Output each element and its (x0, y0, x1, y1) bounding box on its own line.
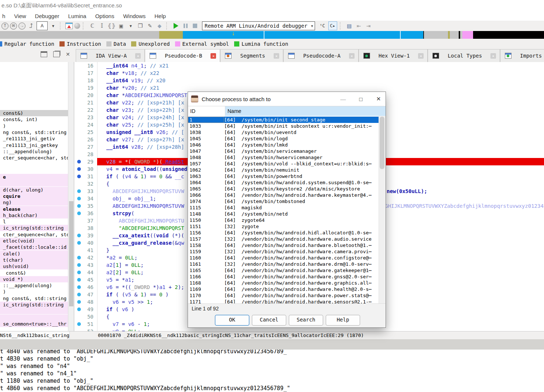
function-list-item[interactable]: ) (0, 289, 68, 295)
function-list-item[interactable]: e (0, 174, 68, 180)
function-list-item[interactable]: ng const&, std::string (0, 129, 68, 135)
process-row-1161[interactable]: 1161[32] /vendor/bin/hw/android.hardware… (188, 261, 379, 267)
function-list-item[interactable]: ic_string(std::string (0, 225, 68, 231)
functions-scrollbar-thumb[interactable] (69, 201, 73, 306)
windows-dropdown-icon[interactable]: ▼ (127, 22, 135, 30)
tab-imports[interactable]: Imports✕ (500, 49, 544, 62)
process-row-1160[interactable]: 1160[64] /vendor/bin/hw/android.hardware… (188, 255, 379, 261)
process-row-1062[interactable]: 1062[64] /system/bin/nemuinit (188, 167, 379, 173)
code-line-16[interactable]: 16 __int64 n4_1; // x21 (74, 62, 544, 69)
minimize-icon[interactable]: — (339, 96, 347, 102)
function-list-item[interactable]: _re11113_jni_getkey (0, 142, 68, 148)
tab-ida-view-a[interactable]: IDA View-A✕ (76, 49, 145, 62)
function-list-item[interactable]: ic_string(std::string (0, 302, 68, 308)
function-list-item[interactable]: ng const&, std::string (0, 295, 68, 302)
function-list-item[interactable]: const&) (0, 270, 68, 276)
process-row-1038[interactable]: 1038[64] /system/bin/ueventd (188, 129, 379, 135)
ok-button[interactable]: OK (215, 315, 249, 326)
menu-item-lumina[interactable]: Lumina (68, 13, 86, 19)
process-row-1148[interactable]: 1148[64] /system/bin/netd (188, 211, 379, 217)
function-list-item[interactable] (0, 168, 68, 174)
function-list-item[interactable]: se_common<true>::__thr (0, 321, 68, 327)
menu-item-options[interactable]: Options (95, 13, 114, 19)
menu-item-h[interactable]: h (2, 13, 5, 19)
function-list-item[interactable]: _re11113_jni_getiv (0, 135, 68, 142)
process-table-header[interactable]: ID Name (188, 106, 386, 117)
process-row-1074[interactable]: 1074[64] /system/bin/tombstoned (188, 198, 379, 204)
function-list-item[interactable]: void *) (0, 276, 68, 282)
process-row-1159[interactable]: 1159[32] /vendor/bin/hw/android.hardware… (188, 248, 379, 255)
process-row-1057[interactable]: 1057[64] /system/bin/vold --blkid_contex… (188, 161, 379, 167)
process-row-1063[interactable]: 1063[64] /system/bin/powerbtnd (188, 173, 379, 179)
tab-segments[interactable]: Segments✕ (220, 49, 283, 62)
function-list-item[interactable] (0, 161, 68, 167)
menu-item-view[interactable]: View (14, 13, 26, 19)
font-select-icon[interactable]: A (37, 21, 48, 30)
process-row-1166[interactable]: 1166[64] /vendor/bin/hw/android.hardware… (188, 274, 379, 280)
process-list[interactable]: 1[64] /system/bin/init second_stage1033[… (188, 116, 379, 304)
process-row-1171[interactable]: 1171[64] /vendor/bin/hw/android.hardware… (188, 299, 379, 304)
menu-item-windows[interactable]: Windows (123, 13, 146, 19)
mail-icon[interactable]: ✉ (10, 23, 17, 30)
braces-icon[interactable]: ⦃⦄ (107, 22, 116, 30)
restore-window-icon[interactable] (53, 51, 60, 57)
process-row-1158[interactable]: 1158[64] /vendor/bin/hw/android.hardware… (188, 242, 379, 248)
process-row-1150[interactable]: 1150[64] zygote64 (188, 217, 379, 223)
process-list-scrollbar-thumb[interactable] (380, 117, 384, 169)
process-row-1156[interactable]: 1156[64] /system/bin/hw/android.hidl.all… (188, 230, 379, 236)
function-list-item[interactable] (0, 308, 68, 314)
tab-close-icon[interactable]: ✕ (490, 53, 496, 59)
menu-item-help[interactable]: Help (154, 13, 166, 19)
goto-icon[interactable]: → (18, 23, 25, 30)
functions-panel[interactable]: const&)const&, int))ng const&, std::stri… (0, 62, 68, 331)
process-row-1064[interactable]: 1064[64] /system/bin/hw/android.system.s… (188, 179, 379, 186)
function-list-item[interactable]: t(char) (0, 257, 68, 263)
process-row-1033[interactable]: 1033[64] /system/bin/init subcontext u:r… (188, 123, 379, 129)
function-list-item[interactable]: cquire (0, 193, 68, 199)
function-list-item[interactable]: ush(void) (0, 263, 68, 269)
function-list-item[interactable]: l (0, 219, 68, 225)
functions-scrollbar[interactable] (68, 62, 74, 331)
function-list-item[interactable]: ) (0, 123, 68, 129)
output-panel[interactable]: t 4B40 was renamed to ABCDEFGHIJKLMNOPQR… (0, 350, 544, 392)
stop-process-button[interactable] (191, 22, 199, 30)
tab-pseudocode-b[interactable]: Pseudocode-B✕ (145, 49, 220, 62)
function-list-item[interactable]: const&) (0, 110, 68, 116)
process-row-1115[interactable]: 1115[64] magiskd (188, 204, 379, 211)
about-icon[interactable]: T (1, 23, 8, 30)
code-line-52[interactable]: 52 v8 = 0LL; (74, 328, 544, 331)
code-line-18[interactable]: 18 __int64 v19; // x20 (74, 77, 544, 84)
process-row-1169[interactable]: 1169[64] /vendor/bin/hw/android.hardware… (188, 286, 379, 292)
process-row-1045[interactable]: 1045[64] /system/bin/logd (188, 135, 379, 142)
continue-process-button[interactable] (172, 22, 180, 30)
function-list-item[interactable]: _facet(std::locale::id (0, 244, 68, 250)
process-row-1168[interactable]: 1168[64] /vendor/bin/hw/android.hardware… (188, 280, 379, 286)
edit-icon[interactable]: ✎ (146, 22, 154, 30)
tab-close-icon[interactable]: ✕ (349, 53, 355, 59)
jump-up-icon[interactable]: ⮥ (27, 22, 35, 30)
help-button[interactable]: Help (326, 315, 360, 326)
process-row-1151[interactable]: 1151[32] zygote (188, 223, 379, 230)
navigation-band[interactable]: ↓ (0, 31, 544, 39)
frame-icon[interactable]: ❒ (136, 22, 144, 30)
process-row-1065[interactable]: 1065[64] /system/bin/keystore2 /data/mis… (188, 186, 379, 192)
navband-marker-icon[interactable] (65, 23, 73, 29)
sphere-icon[interactable] (74, 23, 80, 29)
tab-close-icon[interactable]: ✕ (135, 53, 141, 59)
function-list-item[interactable] (0, 180, 68, 186)
breakpoint-list-icon[interactable]: ▤ (345, 22, 353, 30)
process-row-1048[interactable]: 1048[64] /system/bin/hwservicemanager (188, 154, 379, 161)
call-stack-icon[interactable]: ℂ (88, 22, 96, 30)
code-line-17[interactable]: 17 char *v18; // x22 (74, 69, 544, 77)
function-list-item[interactable]: ng) (0, 199, 68, 206)
cancel-button[interactable]: Cancel (252, 315, 286, 326)
tab-close-icon[interactable]: ✕ (211, 53, 216, 59)
process-row-1157[interactable]: 1157[32] /vendor/bin/hw/android.hardware… (188, 236, 379, 242)
function-list-item[interactable]: cter_sequence<char, std (0, 155, 68, 161)
windows-list-icon[interactable]: ▣ (117, 22, 125, 30)
close-panel-icon[interactable]: ✕ (66, 52, 70, 57)
column-header-id[interactable]: ID (188, 106, 225, 116)
function-list-item[interactable]: d(char, ulong) (0, 187, 68, 193)
function-list-item[interactable]: cale() (0, 251, 68, 257)
function-list-item[interactable]: ::__append(ulong) (0, 282, 68, 289)
